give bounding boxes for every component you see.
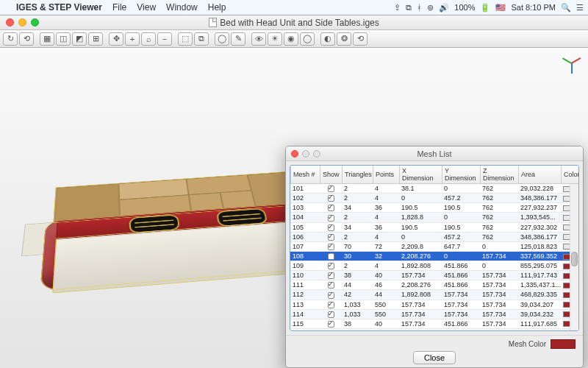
toolbar-button[interactable]: ⌕: [141, 32, 156, 46]
minimize-window-button[interactable]: [18, 18, 26, 26]
checkbox-icon[interactable]: [328, 215, 334, 222]
cell-show[interactable]: [320, 241, 342, 251]
volume-icon[interactable]: 🔊: [439, 3, 449, 13]
column-header[interactable]: Show: [320, 166, 343, 184]
table-row[interactable]: 1103840157.734451.866157.734111,917.743: [290, 271, 578, 280]
cell-show[interactable]: [320, 251, 342, 261]
toolbar-button[interactable]: ⟲: [353, 32, 368, 46]
toolbar-button[interactable]: ❂: [337, 32, 351, 46]
toolbar-button[interactable]: ✎: [231, 32, 245, 46]
cell-show[interactable]: [320, 203, 342, 213]
toolbar-button[interactable]: ◐: [320, 32, 335, 46]
table-row[interactable]: 1141,033550157.734157.734157.73439,034.2…: [290, 309, 578, 319]
dialog-titlebar[interactable]: Mesh List: [286, 146, 583, 161]
toolbar-button[interactable]: +: [125, 32, 140, 46]
checkbox-icon[interactable]: [328, 185, 334, 192]
column-header[interactable]: Mesh #: [291, 166, 320, 184]
bluetooth-icon[interactable]: ᚼ: [417, 3, 422, 12]
mesh-table-body[interactable]: 1012438.1076229,032.228102240457.2762348…: [290, 184, 578, 330]
checkbox-icon[interactable]: [328, 253, 334, 260]
app-menu[interactable]: IGES & STEP Viewer: [16, 2, 102, 13]
cell-show[interactable]: [320, 328, 342, 330]
column-header[interactable]: Area: [519, 166, 562, 184]
cell-show[interactable]: [320, 222, 342, 232]
column-header[interactable]: X Dimension: [400, 166, 442, 184]
menu-view[interactable]: View: [137, 2, 156, 13]
table-row[interactable]: 11242441,892.808157.734157.734468,829.33…: [290, 290, 578, 300]
table-row[interactable]: 109241,892.808451.8660855,295.075: [290, 261, 578, 271]
spotlight-icon[interactable]: 🔍: [561, 3, 571, 13]
table-row[interactable]: 104241,828.807621,393,545...: [290, 213, 578, 222]
checkbox-icon[interactable]: [328, 321, 334, 328]
table-vertical-scrollbar[interactable]: [570, 184, 578, 330]
cell-show[interactable]: [320, 290, 342, 300]
scroll-thumb[interactable]: [571, 252, 578, 266]
menu-file[interactable]: File: [112, 2, 126, 13]
column-header[interactable]: Triangles: [343, 166, 373, 184]
checkbox-icon[interactable]: [328, 272, 334, 279]
table-row[interactable]: 10830322,208.2760157.734337,569.352: [290, 251, 578, 261]
toolbar-button[interactable]: ▦: [40, 32, 54, 46]
table-row[interactable]: 106240457.2762348,386.177: [290, 232, 578, 241]
column-header[interactable]: Color: [562, 166, 580, 184]
mesh-table[interactable]: Mesh #ShowTrianglesPointsX DimensionY Di…: [290, 166, 579, 184]
close-button[interactable]: Close: [413, 351, 456, 364]
menu-window[interactable]: Window: [166, 2, 198, 13]
battery-icon[interactable]: 🔋: [480, 3, 490, 13]
checkbox-icon[interactable]: [328, 282, 334, 289]
checkbox-icon[interactable]: [328, 195, 334, 202]
dropbox-icon[interactable]: ⧉: [406, 3, 412, 13]
table-row[interactable]: 1053436190.5190.5762227,932.302: [290, 222, 578, 232]
dialog-close-button[interactable]: [291, 150, 298, 158]
table-row[interactable]: 1131,033550157.734157.734157.73439,034.2…: [290, 300, 578, 309]
cell-show[interactable]: [320, 194, 342, 203]
toolbar-button[interactable]: ⧉: [194, 32, 209, 46]
toolbar-button[interactable]: ⟲: [19, 32, 34, 46]
toolbar-button[interactable]: ✥: [109, 32, 123, 46]
table-row[interactable]: 1153840157.734451.866157.734111,917.685: [290, 319, 578, 328]
cell-show[interactable]: [320, 319, 342, 328]
table-row[interactable]: 1012438.1076229,032.228: [290, 184, 578, 194]
table-row[interactable]: 11628241,433.2311,219.201,322,105.9...: [290, 328, 578, 330]
checkbox-icon[interactable]: [328, 224, 334, 231]
menubar-clock[interactable]: Sat 8:10 PM: [511, 3, 556, 12]
cell-show[interactable]: [320, 213, 342, 222]
toolbar-button[interactable]: ◉: [284, 32, 298, 46]
toolbar-button[interactable]: ⬚: [178, 32, 193, 46]
mesh-color-swatch[interactable]: [551, 339, 576, 349]
cell-show[interactable]: [320, 300, 342, 309]
toolbar-button[interactable]: −: [157, 32, 172, 46]
cell-show[interactable]: [320, 261, 342, 271]
table-row[interactable]: 1033436190.5190.5762227,932.237: [290, 203, 578, 213]
window-titlebar[interactable]: Bed with Head Unit and Side Tables.iges: [0, 15, 588, 30]
toolbar-button[interactable]: ⊞: [88, 32, 103, 46]
toolbar-button[interactable]: 👁: [251, 32, 266, 46]
table-row[interactable]: 102240457.2762348,386.177: [290, 194, 578, 203]
menu-help[interactable]: Help: [208, 2, 226, 13]
toolbar-button[interactable]: ◯: [215, 32, 229, 46]
zoom-window-button[interactable]: [31, 18, 39, 26]
cell-show[interactable]: [320, 280, 342, 290]
checkbox-icon[interactable]: [328, 205, 334, 211]
toolbar-button[interactable]: ☀: [268, 32, 282, 46]
toolbar-button[interactable]: ◫: [56, 32, 71, 46]
checkbox-icon[interactable]: [328, 234, 334, 241]
wifi-icon[interactable]: ⊚: [427, 3, 434, 13]
notification-icon[interactable]: ☰: [576, 3, 584, 13]
table-row[interactable]: 10770722,209.8647.70125,018.823: [290, 241, 578, 251]
column-header[interactable]: Y Dimension: [442, 166, 481, 184]
cell-show[interactable]: [320, 184, 342, 194]
axis-gizmo[interactable]: [560, 52, 582, 74]
close-window-button[interactable]: [6, 18, 14, 26]
column-header[interactable]: Z Dimension: [481, 166, 519, 184]
dialog-zoom-button[interactable]: [313, 150, 320, 158]
toolbar-button[interactable]: ↻: [3, 32, 18, 46]
checkbox-icon[interactable]: [328, 302, 334, 308]
cell-show[interactable]: [320, 232, 342, 241]
checkbox-icon[interactable]: [328, 263, 334, 269]
column-header[interactable]: Points: [373, 166, 400, 184]
share-icon[interactable]: ⇪: [394, 3, 401, 13]
checkbox-icon[interactable]: [328, 292, 334, 299]
checkbox-icon[interactable]: [328, 244, 334, 250]
input-flag-icon[interactable]: 🇺🇸: [495, 3, 506, 13]
